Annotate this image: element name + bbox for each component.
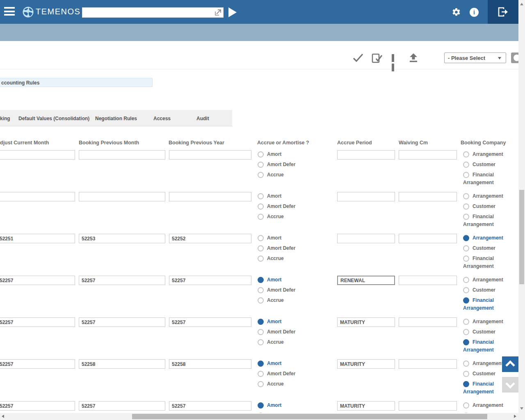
commit-check-icon[interactable]: [353, 53, 363, 62]
accrue-or-amortise-option-label[interactable]: Amort: [258, 402, 303, 409]
adjust-current-month-input[interactable]: [0, 401, 75, 411]
accrue-or-amortise-option[interactable]: Amort Defer: [258, 329, 304, 337]
accrue-or-amortise-option[interactable]: Amort: [258, 151, 304, 160]
booking-company-option-label[interactable]: Arrangement: [463, 234, 508, 242]
radio-button-icon[interactable]: [463, 381, 469, 387]
radio-button-icon[interactable]: [258, 172, 264, 178]
accrue-period-input[interactable]: [337, 276, 395, 285]
booking-previous-year-input[interactable]: [169, 192, 251, 201]
booking-company-option-label[interactable]: Customer: [463, 286, 508, 294]
accrue-or-amortise-option-label[interactable]: Amort: [258, 192, 303, 200]
signout-button[interactable]: [488, 0, 518, 24]
booking-company-option[interactable]: Financial Arrangement: [463, 172, 509, 180]
accrue-period-input[interactable]: [337, 150, 395, 160]
booking-company-option[interactable]: Arrangement: [463, 277, 509, 285]
adjust-current-month-input[interactable]: [0, 317, 75, 327]
scrollbar-right-arrow[interactable]: [514, 415, 516, 418]
radio-button-icon[interactable]: [258, 297, 264, 304]
radio-button-icon[interactable]: [258, 245, 264, 251]
launch-icon[interactable]: [215, 9, 221, 16]
scrollbar-down-arrow[interactable]: [520, 407, 523, 410]
booking-company-option-label[interactable]: Financial Arrangement: [463, 171, 508, 187]
accrue-or-amortise-option[interactable]: Accrue: [258, 381, 304, 389]
booking-previous-year-input[interactable]: [169, 401, 251, 411]
adjust-current-month-input[interactable]: [0, 150, 75, 160]
adjust-current-month-input[interactable]: [0, 192, 75, 201]
tab-booking[interactable]: king: [0, 116, 10, 121]
radio-button-icon[interactable]: [463, 245, 469, 251]
booking-company-option-label[interactable]: Financial Arrangement: [463, 380, 508, 396]
booking-previous-year-input[interactable]: [169, 359, 251, 369]
booking-company-option-label[interactable]: Financial Arrangement: [463, 213, 508, 228]
adjust-current-month-input[interactable]: [0, 359, 75, 369]
accrue-or-amortise-option-label[interactable]: Amort Defer: [258, 244, 303, 252]
waiving-cm-input[interactable]: [399, 359, 457, 369]
validate-icon[interactable]: [372, 53, 383, 63]
accrue-or-amortise-option[interactable]: Accrue: [258, 297, 304, 306]
radio-button-icon[interactable]: [258, 339, 264, 345]
radio-button-icon[interactable]: [463, 339, 469, 345]
action-select[interactable]: - Please Select: [444, 52, 506, 63]
booking-company-option-label[interactable]: Customer: [463, 203, 508, 210]
scroll-to-top-button[interactable]: [502, 356, 518, 372]
radio-button-icon[interactable]: [463, 235, 469, 241]
booking-previous-month-input[interactable]: [79, 401, 165, 411]
accrue-or-amortise-option-label[interactable]: Amort: [258, 318, 303, 326]
radio-button-icon[interactable]: [463, 319, 469, 325]
accrue-or-amortise-option[interactable]: Amort Defer: [258, 245, 304, 253]
booking-company-option[interactable]: Financial Arrangement: [463, 297, 509, 306]
accrue-or-amortise-option-label[interactable]: Amort: [258, 360, 303, 368]
accrue-or-amortise-option[interactable]: Amort: [258, 193, 304, 201]
accrue-period-input[interactable]: [337, 359, 395, 369]
settings-icon[interactable]: [452, 7, 461, 17]
booking-company-option-label[interactable]: Financial Arrangement: [463, 255, 508, 270]
radio-button-icon[interactable]: [258, 203, 264, 210]
radio-button-icon[interactable]: [258, 235, 264, 241]
accrue-period-input[interactable]: [337, 234, 395, 243]
adjust-current-month-input[interactable]: [0, 234, 75, 243]
tab-access[interactable]: Access: [153, 116, 171, 121]
booking-company-option[interactable]: Customer: [463, 203, 509, 212]
radio-button-icon[interactable]: [258, 319, 264, 325]
booking-previous-month-input[interactable]: [79, 317, 165, 327]
adjust-current-month-input[interactable]: [0, 276, 75, 285]
booking-company-option[interactable]: Arrangement: [463, 193, 509, 201]
radio-button-icon[interactable]: [463, 371, 469, 377]
accrue-or-amortise-option-label[interactable]: Amort Defer: [258, 203, 303, 210]
accrue-or-amortise-option[interactable]: Accrue: [258, 172, 304, 180]
radio-button-icon[interactable]: [463, 287, 469, 293]
radio-button-icon[interactable]: [258, 329, 264, 335]
booking-company-option[interactable]: Customer: [463, 245, 509, 253]
booking-previous-year-input[interactable]: [169, 234, 251, 243]
radio-button-icon[interactable]: [258, 162, 264, 168]
radio-button-icon[interactable]: [258, 256, 264, 262]
accrue-or-amortise-option-label[interactable]: Amort Defer: [258, 370, 303, 378]
booking-company-option-label[interactable]: Customer: [463, 370, 508, 378]
accrue-or-amortise-option-label[interactable]: Accrue: [258, 171, 303, 179]
booking-company-option[interactable]: Arrangement: [463, 235, 509, 243]
horizontal-scrollbar[interactable]: [0, 413, 525, 420]
accrue-or-amortise-option[interactable]: Accrue: [258, 214, 304, 222]
waiving-cm-input[interactable]: [399, 234, 457, 243]
radio-button-icon[interactable]: [258, 193, 264, 199]
accrue-or-amortise-option-label[interactable]: Accrue: [258, 338, 303, 346]
upload-icon[interactable]: [409, 53, 418, 62]
radio-button-icon[interactable]: [258, 214, 264, 220]
accrue-period-input[interactable]: [337, 317, 395, 327]
booking-company-option[interactable]: Arrangement: [463, 151, 509, 160]
booking-company-option[interactable]: Customer: [463, 287, 509, 295]
accrue-or-amortise-option-label[interactable]: Amort: [258, 276, 303, 284]
scroll-to-bottom-button[interactable]: [502, 377, 518, 393]
waiving-cm-input[interactable]: [399, 192, 457, 201]
radio-button-icon[interactable]: [463, 214, 469, 220]
radio-button-icon[interactable]: [258, 381, 264, 387]
radio-button-icon[interactable]: [463, 361, 469, 367]
booking-company-option-label[interactable]: Arrangement: [463, 360, 508, 368]
booking-previous-month-input[interactable]: [79, 150, 165, 160]
radio-button-icon[interactable]: [463, 162, 469, 168]
accrue-or-amortise-option-label[interactable]: Amort Defer: [258, 161, 303, 169]
accrue-period-input[interactable]: [337, 192, 395, 201]
booking-previous-month-input[interactable]: [79, 234, 165, 243]
accrue-or-amortise-option-label[interactable]: Accrue: [258, 380, 303, 388]
radio-button-icon[interactable]: [463, 402, 469, 409]
